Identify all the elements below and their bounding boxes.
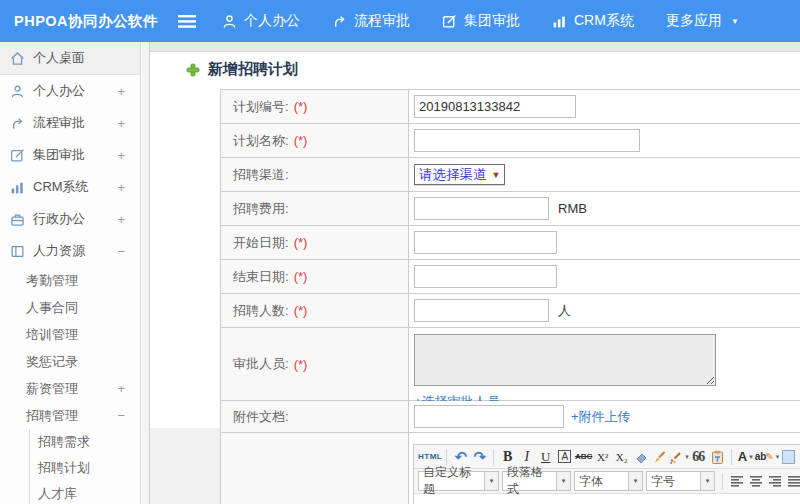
field-label: 审批人员: (*) (221, 328, 409, 400)
label-text: 审批人员: (233, 355, 289, 373)
pen-icon: ✎ (765, 451, 773, 462)
sidebar-item-personal-office[interactable]: 个人办公 + (0, 75, 140, 107)
nav-item-flow-approval[interactable]: 流程审批 (332, 12, 410, 30)
expand-toggle[interactable]: + (117, 212, 125, 227)
sidebar-item-group-approval[interactable]: 集团审批 + (0, 139, 140, 171)
field-label: 计划编号: (*) (221, 90, 409, 123)
attachment-input[interactable] (414, 405, 564, 428)
align-right-icon[interactable] (765, 471, 784, 491)
top-bar: PHPOA协同办公软件 个人办公 流程审批 集团审批 (0, 0, 800, 42)
sidebar-item-hr-contract[interactable]: 人事合同 (0, 294, 140, 321)
end-date-input[interactable] (414, 265, 557, 288)
nav-item-label: CRM系统 (574, 12, 634, 30)
channel-select[interactable]: 请选择渠道 ▼ (414, 164, 505, 185)
sidebar-item-training[interactable]: 培训管理 (0, 321, 140, 348)
approver-textarea[interactable] (414, 334, 716, 386)
field-label: 招聘人数: (*) (221, 294, 409, 327)
emotion-icon[interactable] (779, 447, 798, 467)
sidebar-item-flow-approval[interactable]: 流程审批 + (0, 107, 140, 139)
font-family-value: 字体 (574, 471, 629, 491)
paste-clipboard-icon[interactable] (708, 447, 727, 467)
headcount-input[interactable] (414, 299, 549, 322)
briefcase-icon (10, 212, 25, 227)
sidebar-item-attendance[interactable]: 考勤管理 (0, 267, 140, 294)
font-size-value: 字号 (646, 471, 701, 491)
required-mark: (*) (294, 303, 308, 318)
collapse-toggle[interactable]: − (117, 244, 125, 259)
field-label: 开始日期: (*) (221, 226, 409, 259)
start-date-input[interactable] (414, 231, 557, 254)
expand-toggle[interactable]: + (117, 381, 125, 396)
clean-format-brush-icon[interactable] (650, 447, 669, 467)
font-color-button[interactable]: A ▾ (736, 447, 755, 467)
label-text: 招聘渠道: (233, 166, 289, 184)
form-row-cost: 招聘费用: RMB (221, 192, 800, 226)
sidebar-item-talent-pool[interactable]: 人才库 (30, 481, 140, 504)
main-top-strip (150, 42, 800, 52)
editor-toolbar-row2: 自定义标题 ▾ 段落格式 ▾ 字体 ▾ (414, 469, 800, 494)
page-header: 新增招聘计划 (186, 60, 298, 79)
top-nav: 个人办公 流程审批 集团审批 CRM系统 更多应用 (178, 12, 771, 30)
caret-small-icon: ▾ (749, 453, 753, 461)
form-row-attachment: 附件文档: +附件上传 (221, 401, 800, 433)
sidebar-item-recruit-plan[interactable]: 招聘计划 (30, 455, 140, 481)
page-title: 新增招聘计划 (208, 60, 298, 79)
background-patch (150, 428, 220, 504)
sidebar-splitter[interactable] (142, 42, 150, 504)
flow-icon (332, 14, 347, 29)
required-mark: (*) (294, 357, 308, 372)
collapse-toggle[interactable]: − (117, 408, 125, 423)
sidebar-item-label: 人事合同 (26, 299, 78, 317)
form-row-channel: 招聘渠道: 请选择渠道 ▼ (221, 158, 800, 192)
plan-no-input[interactable] (414, 95, 576, 118)
format-paint-icon[interactable]: ▾ (669, 447, 689, 467)
nav-item-personal-office[interactable]: 个人办公 (222, 12, 300, 30)
chart-icon (552, 14, 567, 29)
form-row-editor: HTML ↶ ↷ B I U A ABC X² X₂ (221, 433, 800, 504)
subscript-button[interactable]: X₂ (612, 447, 631, 467)
expand-toggle[interactable]: + (117, 180, 125, 195)
main-content: 新增招聘计划 计划编号: (*) 计划名称: (*) (150, 42, 800, 504)
sidebar-item-label: 行政办公 (33, 210, 85, 228)
sidebar-recruit-submenu: 招聘需求 招聘计划 人才库 (29, 429, 140, 504)
strikethrough-button[interactable]: ABC (574, 447, 593, 467)
align-center-icon[interactable] (746, 471, 765, 491)
sidebar-item-rewards[interactable]: 奖惩记录 (0, 348, 140, 375)
superscript-button[interactable]: X² (593, 447, 612, 467)
paragraph-format-select[interactable]: 段落格式 ▾ (502, 471, 571, 491)
sidebar-item-admin-office[interactable]: 行政办公 + (0, 203, 140, 235)
expand-toggle[interactable]: + (117, 116, 125, 131)
custom-title-select[interactable]: 自定义标题 ▾ (418, 471, 499, 491)
cost-input[interactable] (414, 197, 549, 220)
attachment-upload-link[interactable]: +附件上传 (571, 408, 631, 426)
font-size-select[interactable]: 字号 ▾ (646, 471, 715, 491)
expand-toggle[interactable]: + (117, 148, 125, 163)
form-row-approver: 审批人员: (*) +选择审批人员 (221, 328, 800, 401)
blockquote-button[interactable]: 66 (689, 447, 708, 467)
field-label: 附件文档: (221, 401, 409, 432)
eraser-icon[interactable] (631, 447, 650, 467)
align-justify-icon[interactable] (784, 471, 800, 491)
nav-item-group-approval[interactable]: 集团审批 (442, 12, 520, 30)
sidebar-item-recruit-demand[interactable]: 招聘需求 (30, 429, 140, 455)
required-mark: (*) (294, 133, 308, 148)
sidebar-item-label: 人才库 (38, 485, 77, 503)
expand-toggle[interactable]: + (117, 84, 125, 99)
sidebar-item-salary[interactable]: 薪资管理 + (0, 375, 140, 402)
nav-item-crm[interactable]: CRM系统 (552, 12, 634, 30)
sidebar-item-crm[interactable]: CRM系统 + (0, 171, 140, 203)
sidebar-item-label: CRM系统 (33, 178, 89, 196)
sidebar-item-hr[interactable]: 人力资源 − (0, 235, 140, 267)
sidebar: 个人桌面 个人办公 + 流程审批 + 集团审批 + (0, 42, 141, 504)
font-family-select[interactable]: 字体 ▾ (574, 471, 643, 491)
sidebar-item-desktop[interactable]: 个人桌面 (0, 42, 140, 75)
align-left-icon[interactable] (727, 471, 746, 491)
emotion-glyph (782, 450, 795, 464)
highlight-color-button[interactable]: ab ✎ ▾ (755, 447, 780, 467)
sidebar-item-label: 培训管理 (26, 326, 78, 344)
plan-name-input[interactable] (414, 129, 640, 152)
sidebar-item-recruit-mgmt[interactable]: 招聘管理 − (0, 402, 140, 429)
menu-hamburger-icon[interactable] (178, 15, 196, 28)
char-border-button[interactable]: A (555, 447, 574, 467)
nav-item-more-apps[interactable]: 更多应用 ▼ (666, 12, 739, 30)
